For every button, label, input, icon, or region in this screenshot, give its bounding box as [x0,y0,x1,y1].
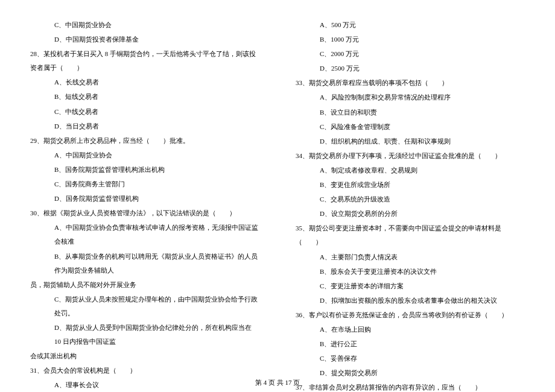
option-text: D、国务院期货监督管理机构 [30,192,259,206]
option-text: C、变更注册资本的详细方案 [296,279,525,293]
option-text: C、国务院商务主管部门 [30,177,259,191]
option-text: D、组织机构的组成、职责、任期和议事规则 [296,134,525,148]
option-text: C、中线交易者 [30,105,259,119]
question-text: 31、会员大会的常设机构是（ ） [30,364,259,378]
option-text: D、中国期货投资者保障基金 [30,33,259,46]
option-text: C、中国期货业协会 [30,18,259,32]
option-text: A、中国期货业协会负责审核考试申请人的报考资格，无须报中国证监会核准 [30,221,259,248]
right-column: A、500 万元B、1000 万元C、2000 万元D、2500 万元33、期货… [296,18,525,392]
option-text: D、拟增加出资额的股东的股东会或者董事会做出的相关决议 [296,294,525,308]
option-text: C、风险准备金管理制度 [296,120,525,134]
question-text: 35、期货公司变更注册资本时，不需要向中国证监会提交的申请材料是（ ） [296,221,525,249]
question-text: 36、客户以有价证券充抵保证金的，会员应当将收到的有价证券（ ） [296,308,525,322]
option-text: D、2500 万元 [296,62,525,75]
option-text: B、1000 万元 [296,33,525,46]
option-text: A、长线交易者 [30,75,259,89]
question-text: 29、期货交易所上市交易品种，应当经（ ）批准。 [30,134,259,148]
option-text: A、在市场上回购 [296,323,525,337]
option-text: A、风险控制制度和交易异常情况的处理程序 [296,90,525,104]
option-text: A、主要部门负责人情况表 [296,250,525,264]
left-column: C、中国期货业协会D、中国期货投资者保障基金28、某投机者于某日买入 8 手铜期… [30,18,259,392]
option-text: C、交易系统的升级改造 [296,192,525,206]
continuation-text: 员，期货辅助人员不能对外开展业务 [30,278,259,292]
option-text: D、期货从业人员受到中国期货业协会纪律处分的，所在机构应当在 10 日内报告中国… [30,321,259,349]
option-text: A、中国期货业协会 [30,148,259,162]
question-text: 30、根据《期货从业人员资格管理办法》，以下说法错误的是（ ） [30,206,259,220]
option-text: C、2000 万元 [296,47,525,61]
option-text: B、设立目的和职责 [296,106,525,119]
option-text: B、进行公正 [296,337,525,351]
option-text: A、500 万元 [296,18,525,32]
option-text: D、当日交易者 [30,119,259,133]
option-text: C、妥善保存 [296,352,525,365]
page-footer: 第 4 页 共 17 页 [0,378,555,387]
question-text: 28、某投机者于某日买入 8 手铜期货合约，一天后他将头寸平仓了结，则该投资者属… [30,47,259,75]
option-text: C、期货从业人员未按照规定办理年检的，由中国期货业协会给予行政处罚。 [30,292,259,320]
continuation-text: 会或其派出机构 [30,349,259,363]
option-text: A、制定或者修改章程、交易规则 [296,163,525,177]
option-text: D、设立期货交易所的分所 [296,207,525,221]
option-text: B、短线交易者 [30,90,259,104]
option-text: B、股东会关于变更注册资本的决议文件 [296,265,525,279]
question-text: 33、期货交易所章程应当载明的事项不包括（ ） [296,76,525,90]
option-text: B、变更住所或营业场所 [296,178,525,192]
question-text: 34、期货交易所办理下列事项，无须经过中国证监会批准的是（ ） [296,149,525,163]
option-text: B、国务院期货监督管理机构派出机构 [30,163,259,177]
option-text: B、从事期货业务的机构可以聘用无《期货从业人员资格证书》的人员作为期货业务辅助人 [30,250,259,277]
